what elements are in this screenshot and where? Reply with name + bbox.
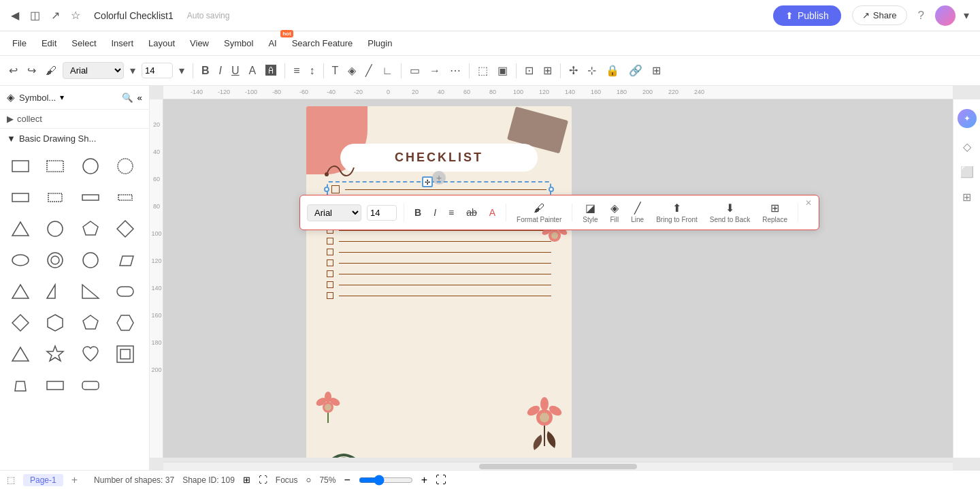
resize2-button[interactable]: ⊞ <box>540 61 555 80</box>
horizontal-scrollbar[interactable] <box>163 462 953 470</box>
resize-button[interactable]: ⊡ <box>521 61 537 80</box>
share-export-button[interactable]: ↗ <box>48 6 63 25</box>
shape-rect1[interactable] <box>5 151 35 181</box>
crop-button[interactable]: ⊹ <box>584 61 600 80</box>
back-button[interactable]: ◀ <box>8 6 22 25</box>
line-style-button[interactable]: ╱ <box>362 61 376 80</box>
sidebar-collapse-button[interactable]: « <box>137 93 142 103</box>
collect-toggle[interactable]: ▶ collect <box>7 114 142 124</box>
shape-hexagon[interactable] <box>40 308 70 338</box>
shape-parallelogram[interactable] <box>110 245 140 275</box>
shape-diamond[interactable] <box>110 214 140 244</box>
shape-ring[interactable] <box>40 245 70 275</box>
font-family-select[interactable]: Arial <box>63 62 124 79</box>
shape-circle2[interactable] <box>110 151 140 181</box>
shape-rect7[interactable] <box>40 370 70 400</box>
border-style-button[interactable]: ▭ <box>406 61 423 80</box>
shape-rect-round2[interactable] <box>76 370 105 400</box>
font-size-dropdown[interactable]: ▾ <box>176 61 188 80</box>
line-tool[interactable]: ╱ Line <box>627 200 647 225</box>
shape-circle4[interactable] <box>76 245 105 275</box>
float-color-button[interactable]: A <box>486 205 499 220</box>
grid-panel-button[interactable]: ⊞ <box>962 191 971 204</box>
font-color-button[interactable]: A <box>246 62 260 80</box>
menu-select[interactable]: Select <box>65 35 103 51</box>
menu-layout[interactable]: Layout <box>142 35 182 51</box>
drag-handle[interactable]: ✢ <box>422 176 433 187</box>
table-button[interactable]: ⊞ <box>649 61 664 80</box>
dash-style-button[interactable]: ⋯ <box>446 61 464 80</box>
shape-rect-inner[interactable] <box>110 339 140 369</box>
bold-button[interactable]: B <box>198 62 213 80</box>
zoom-slider[interactable] <box>359 475 413 486</box>
shape-hexagon2[interactable] <box>110 308 140 338</box>
shape-rect5[interactable] <box>76 183 105 212</box>
shape-circle1[interactable] <box>76 151 105 181</box>
fill-tool[interactable]: ◈ Fill <box>606 200 622 225</box>
zoom-in-button[interactable]: + <box>421 474 427 486</box>
lock-button[interactable]: 🔒 <box>602 61 623 80</box>
font-size-input[interactable] <box>142 63 173 78</box>
shape-heart[interactable] <box>76 339 105 369</box>
shape-pentagon2[interactable] <box>76 308 105 338</box>
shape-trapezoid[interactable] <box>5 370 35 400</box>
menu-search-feature[interactable]: Search Feature <box>285 35 360 51</box>
menu-plugin[interactable]: Plugin <box>361 35 399 51</box>
shape-triangle4[interactable] <box>76 277 105 306</box>
ai-panel-button[interactable]: ✦ <box>958 109 977 128</box>
scroll-thumb[interactable] <box>479 464 637 469</box>
menu-insert[interactable]: Insert <box>105 35 141 51</box>
float-strikethrough-button[interactable]: ab <box>463 205 480 220</box>
italic-button[interactable]: I <box>216 62 225 80</box>
share-button[interactable]: ↗ Share <box>852 5 907 25</box>
fullscreen-button[interactable]: ⛶ <box>436 474 446 486</box>
underline-button[interactable]: U <box>228 62 243 80</box>
shape-rect4[interactable] <box>40 183 70 212</box>
frame-button[interactable]: ⬚ <box>474 61 491 80</box>
publish-button[interactable]: ⬆ Publish <box>773 5 841 26</box>
shape-rect2[interactable] <box>40 151 70 181</box>
float-font-size-input[interactable] <box>367 205 397 221</box>
page-view-button[interactable]: ⬚ <box>7 475 15 485</box>
shape-triangle5[interactable] <box>5 339 35 369</box>
align-center-button[interactable]: ≡ <box>290 62 303 80</box>
help-button[interactable]: ? <box>918 9 924 22</box>
shape-triangle3[interactable] <box>40 277 70 306</box>
shape-triangle1[interactable] <box>5 214 35 244</box>
menu-edit[interactable]: Edit <box>35 35 63 51</box>
shadow-button[interactable]: ▣ <box>494 61 511 80</box>
select-all-button[interactable]: ✢ <box>566 61 581 80</box>
line-spacing-button[interactable]: ↕ <box>306 62 318 80</box>
shape-pentagon[interactable] <box>76 214 105 244</box>
float-toolbar-close-button[interactable]: ✕ <box>805 198 812 208</box>
link-button[interactable]: 🔗 <box>625 61 646 80</box>
float-align-button[interactable]: ≡ <box>445 205 457 220</box>
save-history-button[interactable]: ◫ <box>27 6 43 25</box>
shape-rect-round[interactable] <box>110 277 140 306</box>
redo-button[interactable]: ↪ <box>24 61 39 80</box>
font-bg-button[interactable]: 🅰 <box>262 62 280 80</box>
format-painter-tool[interactable]: 🖌 Format Painter <box>513 200 565 225</box>
zoom-out-button[interactable]: − <box>344 474 350 486</box>
menu-symbol[interactable]: Symbol <box>217 35 260 51</box>
favorite-button[interactable]: ☆ <box>68 6 83 25</box>
basic-drawing-toggle[interactable]: ▼ Basic Drawing Sh... <box>0 129 149 148</box>
fill-style-button[interactable]: ◈ <box>344 61 359 80</box>
fit-button[interactable]: ○ <box>306 475 312 485</box>
add-page-button[interactable]: + <box>71 474 78 486</box>
send-back-tool[interactable]: ⬇ Send to Back <box>706 200 753 225</box>
sidebar-expand-button[interactable]: ▾ <box>60 93 64 102</box>
arrow-style-button[interactable]: → <box>426 62 444 80</box>
bring-front-tool[interactable]: ⬆ Bring to Front <box>653 200 701 225</box>
style-tool[interactable]: ◪ Style <box>579 200 601 225</box>
menu-view[interactable]: View <box>183 35 216 51</box>
shape-rect6[interactable] <box>110 183 140 212</box>
avatar[interactable] <box>935 5 956 26</box>
current-page-tab[interactable]: Page-1 <box>23 474 63 486</box>
shape-circle3[interactable] <box>40 214 70 244</box>
format-panel-button[interactable]: ◇ <box>963 140 971 153</box>
shape-ellipse[interactable] <box>5 245 35 275</box>
sidebar-search-button[interactable]: 🔍 <box>122 93 133 103</box>
image-panel-button[interactable]: ⬜ <box>960 165 974 178</box>
text-style-button[interactable]: T <box>329 62 342 80</box>
